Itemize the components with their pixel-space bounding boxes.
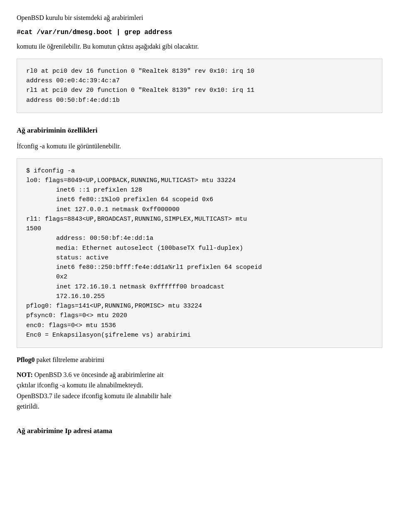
pflog-line: Pflog0 paket filtreleme arabirimi: [17, 355, 382, 365]
command-bold: #cat /var/run/dmesg.boot | grep address: [17, 29, 172, 36]
dmesg-output-block: rl0 at pci0 dev 16 function 0 "Realtek 8…: [17, 59, 382, 113]
ifconfig-output-block: $ ifconfig -a lo0: flags=8049<UP,LOOPBAC…: [17, 158, 382, 348]
pflog-bold: Pflog0: [17, 356, 35, 363]
section2-heading: Ağ arabirimine Ip adresi atama: [17, 425, 382, 436]
section1-heading: Ağ arabiriminin özellikleri: [17, 125, 382, 136]
note-bold: NOT:: [17, 371, 33, 378]
intro-line1: OpenBSD kurulu bir sistemdeki ağ arabiri…: [17, 12, 382, 23]
note-rest: OpenBSD 3.6 ve öncesinde ağ arabirimleri…: [17, 371, 171, 410]
command-line: #cat /var/run/dmesg.boot | grep address: [17, 27, 382, 38]
note-paragraph: NOT: OpenBSD 3.6 ve öncesinde ağ arabiri…: [17, 369, 382, 412]
section1-paragraph: İfconfig -a komutu ile görüntülenebilir.: [17, 141, 382, 152]
intro-line2: komutu ile öğrenilebilir. Bu komutun çık…: [17, 41, 382, 52]
pflog-rest: paket filtreleme arabirimi: [35, 356, 104, 363]
